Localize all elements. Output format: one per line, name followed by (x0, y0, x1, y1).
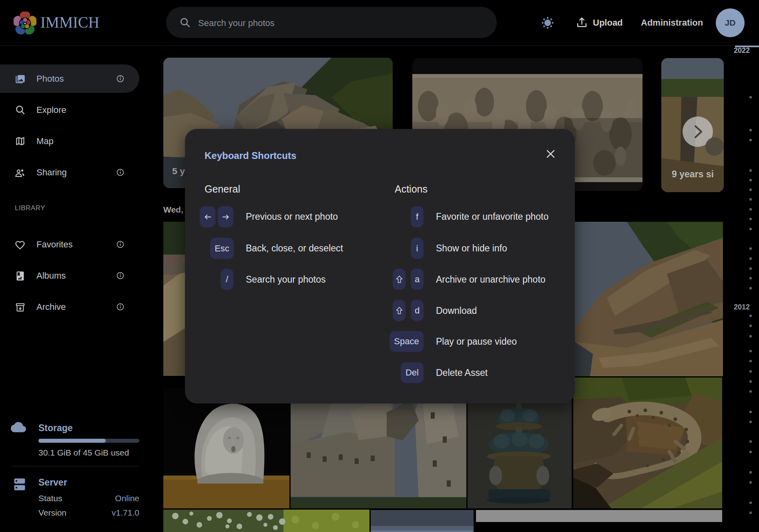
svg-text:5 y: 5 y (172, 166, 185, 177)
svg-text:9 years si: 9 years si (672, 169, 714, 179)
